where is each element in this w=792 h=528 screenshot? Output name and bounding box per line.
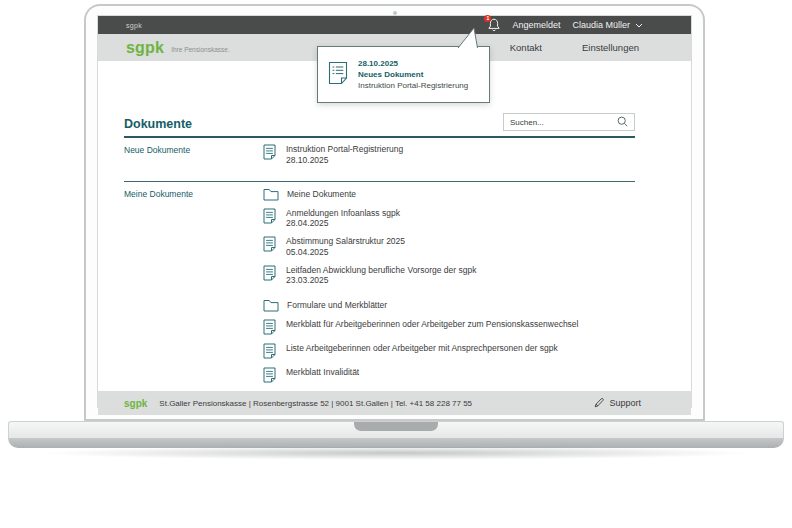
footer-sgpk-logo: sgpk [124,398,147,409]
section-items: Meine DokumenteAnmeldungen Infoanlass sg… [263,182,635,392]
laptop-base-top [8,421,784,438]
document-icon [263,208,276,224]
document-text: Anmeldungen Infoanlass sgpk28.04.2025 [286,208,400,229]
document-item[interactable]: Anmeldungen Infoanlass sgpk28.04.2025 [263,208,635,229]
laptop-mockup: sgpk 1 Angemeldet Claudia Müller [84,4,705,421]
chevron-down-icon[interactable] [635,23,643,28]
document-icon [263,343,276,359]
document-title: Instruktion Portal-Registrierung [286,144,403,155]
notification-bell-button[interactable]: 1 [487,18,501,32]
document-text: Liste Arbeitgeberinnen oder Arbeitgeber … [286,343,558,354]
document-text: Meine Dokumente [287,189,356,200]
notification-popup[interactable]: 28.10.2025 Neues Dokument Instruktion Po… [317,46,490,103]
document-title: Formulare und Merkblätter [287,300,387,311]
main-nav: Kontakt Einstellungen [510,42,639,53]
laptop-shadow [26,446,766,460]
document-date: 28.10.2025 [286,155,403,165]
footer-address: St.Galler Pensionskasse | Rosenbergstras… [159,399,472,408]
pencil-icon [594,397,605,410]
logo-tagline: Ihre Pensionskasse. [171,46,230,53]
main-content: Dokumente Neue DokumenteInstruktion Port… [98,61,691,391]
document-text: Merkblatt Invalidität [286,367,359,378]
document-item[interactable]: Merkblatt für Arbeitgeberinnen oder Arbe… [263,319,635,335]
document-text: Leitfaden Abwicklung berufliche Vorsorge… [286,265,476,286]
popup-document-name: Instruktion Portal-Registrierung [358,80,468,91]
section-label: Neue Dokumente [124,138,263,173]
folder-icon [263,188,279,201]
document-icon [263,367,276,383]
document-date: 28.04.2025 [286,218,400,228]
topbar: sgpk 1 Angemeldet Claudia Müller [98,16,691,34]
section-label: Meine Dokumente [124,182,263,392]
document-title: Merkblatt für Arbeitgeberinnen oder Arbe… [286,319,578,330]
document-text: Formulare und Merkblätter [287,300,387,311]
document-date: 05.04.2025 [286,247,405,257]
folder-item[interactable]: Meine Dokumente [263,188,635,201]
topbar-brand: sgpk [126,22,142,29]
section-items: Instruktion Portal-Registrierung28.10.20… [263,138,635,173]
document-icon [263,265,276,281]
document-icon [263,319,276,335]
user-menu[interactable]: Claudia Müller [572,20,630,30]
popup-text: 28.10.2025 Neues Dokument Instruktion Po… [358,58,468,91]
page-title: Dokumente [124,117,192,131]
document-item[interactable]: Liste Arbeitgeberinnen oder Arbeitgeber … [263,343,635,359]
document-icon [263,236,276,252]
support-link[interactable]: Support [594,397,641,410]
document-section: Meine DokumenteMeine DokumenteAnmeldunge… [124,182,635,392]
document-item[interactable]: Abstimmung Salärstruktur 202505.04.2025 [263,236,635,257]
site-footer: sgpk St.Galler Pensionskasse | Rosenberg… [98,391,691,415]
page-background: sgpk 1 Angemeldet Claudia Müller [0,0,792,528]
document-title: Meine Dokumente [287,189,356,200]
login-status-label: Angemeldet [512,20,560,30]
nav-item-kontakt[interactable]: Kontakt [510,42,542,53]
popup-date: 28.10.2025 [358,58,468,69]
document-title: Anmeldungen Infoanlass sgpk [286,208,400,219]
popup-document-icon [328,61,348,89]
folder-item[interactable]: Formulare und Merkblätter [263,299,635,312]
document-item[interactable]: Instruktion Portal-Registrierung28.10.20… [263,144,635,165]
document-text: Instruktion Portal-Registrierung28.10.20… [286,144,403,165]
title-row: Dokumente [124,113,635,131]
document-title: Leitfaden Abwicklung berufliche Vorsorge… [286,265,476,276]
document-title: Merkblatt Invalidität [286,367,359,378]
document-sections: Neue DokumenteInstruktion Portal-Registr… [124,138,635,391]
search-input[interactable] [510,118,617,127]
document-item[interactable]: Merkblatt Invalidität [263,367,635,383]
search-box [503,113,635,131]
document-text: Abstimmung Salärstruktur 202505.04.2025 [286,236,405,257]
support-label: Support [609,398,641,408]
nav-item-einstellungen[interactable]: Einstellungen [582,42,639,53]
folder-icon [263,299,279,312]
document-title: Liste Arbeitgeberinnen oder Arbeitgeber … [286,343,558,354]
topbar-right-group: 1 Angemeldet Claudia Müller [487,18,643,32]
document-date: 23.03.2025 [286,275,476,285]
document-title: Abstimmung Salärstruktur 2025 [286,236,405,247]
document-text: Merkblatt für Arbeitgeberinnen oder Arbe… [286,319,578,330]
search-icon[interactable] [617,113,628,131]
sgpk-logo: sgpk [126,39,164,57]
document-section: Neue DokumenteInstruktion Portal-Registr… [124,138,635,173]
popup-callout-arrow [457,27,479,48]
laptop-notch [354,422,438,431]
popup-title: Neues Dokument [358,69,468,80]
document-icon [263,144,276,160]
portal-screen: sgpk 1 Angemeldet Claudia Müller [97,15,692,408]
document-item[interactable]: Leitfaden Abwicklung berufliche Vorsorge… [263,265,635,286]
laptop-base [8,421,784,448]
